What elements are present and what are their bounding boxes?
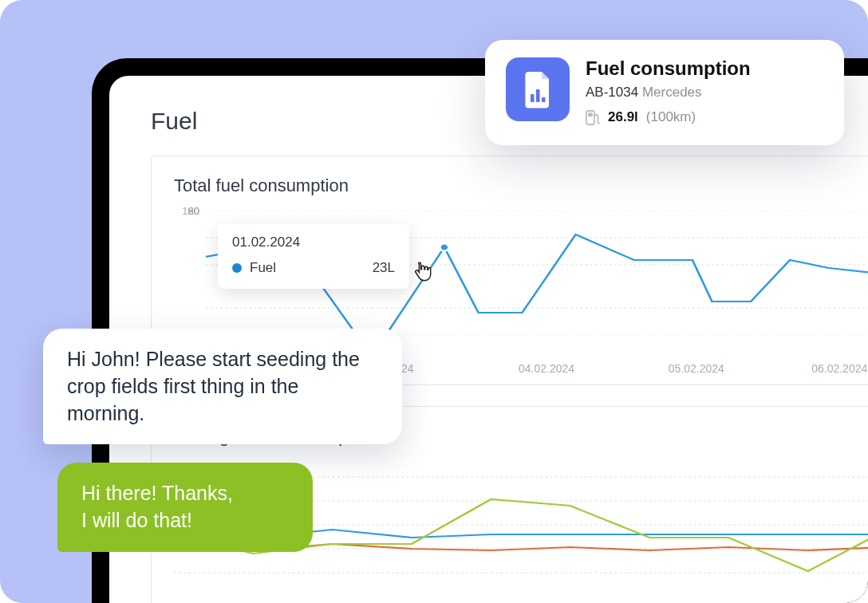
xtick: 04.02.2024 [519, 362, 574, 375]
chat-message-outgoing: Hi John! Please start seeding the crop f… [43, 329, 402, 444]
xtick: 06.02.2024 [811, 362, 867, 375]
fuel-card-title: Fuel consumption [586, 57, 823, 80]
chart-tooltip: 01.02.2024 Fuel 23L [218, 223, 409, 289]
chat-message-text: I will do that! [81, 507, 289, 534]
panel-total-fuel-title: Total fuel consumption [174, 175, 868, 196]
chat-message-text: Hi there! Thanks, [81, 480, 289, 507]
fuel-card-model: Mercedes [642, 85, 702, 100]
svg-rect-12 [542, 97, 546, 102]
fuel-card-plate: AB-1034 [586, 85, 638, 100]
tooltip-value: 23L [373, 260, 395, 276]
svg-rect-11 [536, 89, 540, 102]
chat-message-incoming: Hi there! Thanks, I will do that! [57, 463, 313, 552]
tooltip-series-dot [232, 263, 242, 273]
fuel-card-per: (100km) [646, 109, 696, 125]
cursor-hand-icon [412, 260, 432, 284]
fuel-card-rate: 26.9l [608, 109, 638, 125]
xtick: 05.02.2024 [669, 362, 724, 375]
fuel-pump-icon [586, 108, 600, 126]
svg-rect-14 [588, 112, 593, 116]
tooltip-series-label: Fuel [250, 260, 276, 276]
tooltip-date: 01.02.2024 [232, 235, 395, 250]
fuel-card-vehicle: AB-1034 Mercedes [586, 85, 823, 100]
fuel-consumption-card[interactable]: Fuel consumption AB-1034 Mercedes 26.9l … [485, 40, 844, 145]
chart-marker [440, 244, 448, 251]
svg-rect-10 [531, 94, 535, 102]
stage: Fuel Total fuel consumption 100 80 60 20 [0, 0, 868, 603]
fuel-card-metrics: 26.9l (100km) [586, 108, 823, 126]
chat-message-text: Hi John! Please start seeding the crop f… [67, 348, 360, 424]
report-file-icon [506, 57, 570, 121]
ytick: 20 [188, 205, 199, 217]
fuel-card-body: Fuel consumption AB-1034 Mercedes 26.9l … [586, 57, 823, 126]
